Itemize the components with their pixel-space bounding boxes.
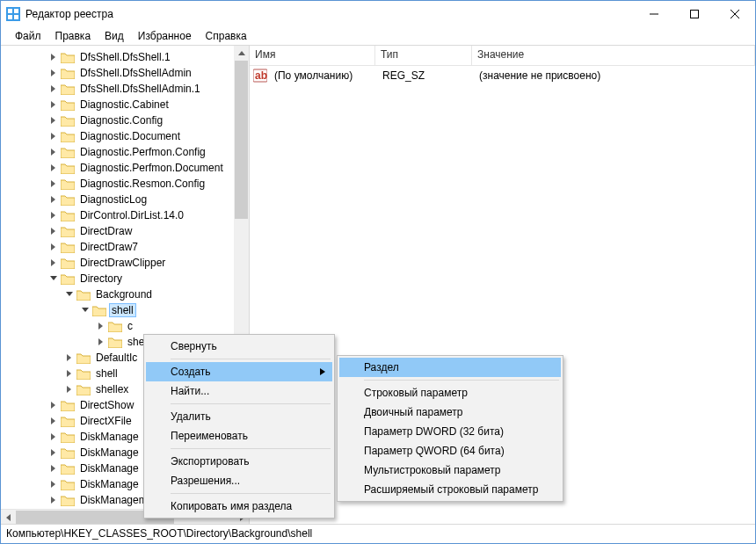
collapse-icon[interactable] [80,305,91,316]
tree-item[interactable]: c [1,318,249,334]
scroll-up-arrow[interactable] [234,46,249,61]
expand-icon[interactable] [48,495,59,505]
menu-copy-key-name[interactable]: Копировать имя раздела [146,497,332,516]
menu-delete[interactable]: Удалить [146,407,332,426]
tree-item[interactable]: Diagnostic.Cabinet [1,97,249,112]
expand-icon[interactable] [48,210,59,221]
expand-icon[interactable] [48,83,59,94]
expand-icon[interactable] [64,352,75,363]
tree-item-label: DiskManage [78,446,141,459]
menu-export[interactable]: Экспортировать [146,452,332,471]
expand-icon[interactable] [48,242,59,252]
expand-icon[interactable] [48,68,59,78]
expand-icon[interactable] [48,178,59,189]
expand-icon[interactable] [48,99,59,110]
tree-item-label: Diagnostic.Perfmon.Config [78,146,207,158]
tree-item[interactable]: Diagnostic.Document [1,128,249,144]
expand-icon[interactable] [48,479,59,490]
expand-icon[interactable] [48,52,59,62]
submenu-qword[interactable]: Параметр QWORD (64 бита) [339,441,561,461]
expand-icon[interactable] [48,147,59,157]
expand-icon[interactable] [48,194,59,205]
tree-item-label: DiskManage [78,478,141,490]
tree-item[interactable]: DfsShell.DfsShell.1 [1,49,249,65]
expand-icon[interactable] [48,115,59,126]
submenu-expandstring[interactable]: Расширяемый строковый параметр [339,480,561,499]
tree-item[interactable]: shell [1,302,249,318]
expand-icon[interactable] [48,226,59,236]
expand-icon[interactable] [48,163,59,173]
submenu-multistring[interactable]: Мультистроковый параметр [339,461,561,480]
collapse-icon[interactable] [48,273,59,284]
expand-icon[interactable] [48,416,59,426]
tree-item[interactable]: Diagnostic.Resmon.Config [1,176,249,192]
scroll-thumb[interactable] [235,61,248,219]
expand-icon[interactable] [48,400,59,410]
menu-edit[interactable]: Правка [48,28,98,44]
submenu-arrow-icon [320,368,325,375]
folder-icon [61,193,75,206]
tree-item[interactable]: DfsShell.DfsShellAdmin.1 [1,81,249,97]
folder-icon [76,288,91,301]
scroll-left-arrow[interactable] [1,510,16,525]
expand-icon[interactable] [48,432,59,442]
app-icon [6,7,20,21]
menu-create[interactable]: Создать [146,362,332,381]
tree-item-label: Diagnostic.Cabinet [78,98,171,111]
tree-item-label: Diagnostic.Perfmon.Document [78,162,225,174]
folder-icon [61,83,75,95]
close-button[interactable] [715,1,755,27]
tree-item[interactable]: DfsShell.DfsShellAdmin [1,65,249,81]
tree-item[interactable]: DiagnosticLog [1,192,249,207]
expand-icon[interactable] [48,131,59,141]
value-name: (По умолчанию) [269,69,377,82]
value-data: (значение не присвоено) [474,69,606,82]
expand-icon[interactable] [64,384,75,395]
menu-permissions[interactable]: Разрешения... [146,471,332,490]
menu-favorites[interactable]: Избранное [131,28,199,44]
menu-file[interactable]: Файл [8,28,48,44]
tree-item[interactable]: Diagnostic.Perfmon.Document [1,160,249,176]
tree-item[interactable]: Background [1,287,249,302]
submenu-string[interactable]: Строковый параметр [339,383,561,403]
list-header: Имя Тип Значение [250,46,755,66]
menu-rename[interactable]: Переименовать [146,426,332,446]
menu-help[interactable]: Справка [199,28,254,44]
minimize-button[interactable] [634,1,674,27]
column-name[interactable]: Имя [250,46,375,65]
tree-item-label: DefaultIc [94,352,139,364]
expand-icon[interactable] [48,257,59,268]
expand-icon[interactable] [64,368,75,379]
submenu-dword[interactable]: Параметр DWORD (32 бита) [339,422,561,441]
column-type[interactable]: Тип [375,46,472,65]
tree-item[interactable]: DirControl.DirList.14.0 [1,207,249,223]
window-controls [634,1,755,27]
submenu-key[interactable]: Раздел [339,358,561,377]
tree-item[interactable]: DirectDrawClipper [1,255,249,271]
tree-item-label: DirectDraw7 [78,241,140,253]
expand-icon[interactable] [96,321,106,331]
tree-item[interactable]: Diagnostic.Config [1,112,249,128]
submenu-binary[interactable]: Двоичный параметр [339,403,561,422]
menu-view[interactable]: Вид [98,28,131,44]
list-item[interactable]: (По умолчанию) REG_SZ (значение не присв… [250,68,755,83]
expand-icon[interactable] [96,337,106,347]
tree-item-label: DfsShell.DfsShellAdmin.1 [78,83,202,95]
folder-icon [76,352,91,364]
collapse-icon[interactable] [64,289,75,300]
folder-icon [61,272,75,285]
tree-item[interactable]: DirectDraw7 [1,239,249,255]
tree-item[interactable]: DirectDraw [1,223,249,239]
column-value[interactable]: Значение [472,46,755,65]
expand-icon[interactable] [48,447,59,458]
titlebar[interactable]: Редактор реестра [1,1,755,27]
tree-item-label: c [126,320,134,332]
menu-collapse[interactable]: Свернуть [146,337,332,356]
menu-find[interactable]: Найти... [146,381,332,401]
tree-item[interactable]: Diagnostic.Perfmon.Config [1,144,249,160]
tree-item[interactable]: Directory [1,271,249,287]
expand-icon[interactable] [48,463,59,474]
tree-item-label: shell [110,304,135,316]
maximize-button[interactable] [674,1,715,27]
menu-separator [364,380,559,381]
